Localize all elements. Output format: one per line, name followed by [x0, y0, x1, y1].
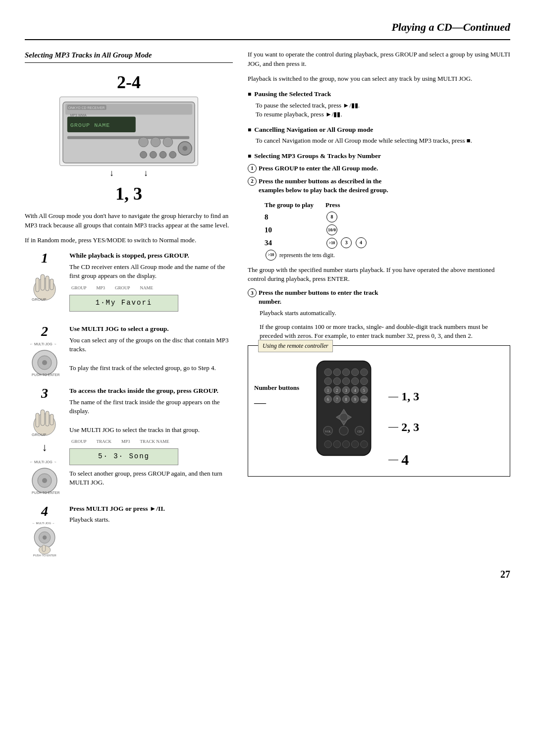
step-3-display: GROUPTRACKMP3TRACK NAME 5· 3· Song [69, 438, 233, 465]
svg-point-15 [182, 146, 187, 151]
cancelling-subsection: Cancelling Navigation or All Group mode … [248, 125, 510, 146]
svg-text:CH: CH [358, 430, 362, 433]
step-2-block: 2 ← MULTI JOG → PUSH TO ENTER Use MULTI … [25, 324, 233, 378]
svg-point-48 [333, 369, 341, 376]
main-content: Selecting MP3 Tracks in All Group Mode 2… [25, 50, 510, 566]
step-1-display-labels: GROUPMP3GROUPNAME [69, 285, 233, 291]
button-4: 4 [356, 237, 367, 248]
step-3-display-labels: GROUPTRACKMP3TRACK NAME [69, 438, 233, 445]
svg-rect-21 [50, 279, 54, 290]
cancelling-text: To cancel Navigation mode or All Group m… [256, 136, 510, 145]
svg-text:PUSH TO ENTER: PUSH TO ENTER [32, 373, 60, 377]
step-1-title: While playback is stopped, press GROUP. [69, 251, 233, 261]
table-row: 8 8 [263, 211, 377, 223]
bottom-number-label: 1, 3 [25, 181, 233, 206]
table-row: 34 >10 3 4 [263, 236, 377, 250]
left-intro-2: If in Random mode, press YES/MODE to swi… [25, 236, 233, 245]
svg-point-37 [42, 478, 47, 483]
step-1-desc: The CD receiver enters All Group mode an… [69, 263, 233, 280]
button-3: 3 [341, 237, 352, 248]
selecting-by-number-subsection: Selecting MP3 Groups & Tracks by Number … [248, 152, 510, 477]
pausing-subsection: Pausing the Selected Track To pause the … [248, 90, 510, 119]
svg-rect-18 [41, 274, 45, 290]
svg-point-90 [352, 441, 359, 448]
svg-point-10 [140, 152, 147, 159]
svg-text:10/0: 10/0 [361, 398, 367, 402]
tens-digit-button: >10 [266, 250, 276, 261]
step-3-desc3: To select another group, press GROUP aga… [69, 469, 233, 487]
step-1-display: GROUPMP3GROUPNAME 1·My Favori [69, 285, 233, 312]
svg-point-11 [150, 152, 157, 159]
step-3-content: To access the tracks inside the group, p… [69, 386, 233, 487]
step3-desc1: Playback starts automatically. [260, 309, 510, 318]
svg-point-13 [169, 152, 176, 159]
selecting-by-number-title: Selecting MP3 Groups & Tracks by Number [248, 152, 510, 161]
number-2-3-label: 2, 3 [401, 419, 419, 436]
svg-point-89 [342, 441, 350, 448]
remote-label: Using the remote controller [258, 340, 333, 352]
ordered-step-1: 1 Press GROUP to enter the All Group mod… [248, 164, 510, 173]
button-10s: >10 [326, 238, 337, 249]
button-10: 10/0 [326, 224, 337, 235]
svg-text:1: 1 [327, 389, 329, 393]
page-subtitle: Continued [463, 21, 510, 33]
step-4-content: Press MULTI JOG or press ►/II. Playback … [69, 504, 233, 525]
pausing-text2: To resume playback, press ►/▮▮. [256, 110, 510, 119]
step-2-title: Use MULTI JOG to select a group. [69, 324, 233, 334]
press-value-34: >10 3 4 [323, 236, 377, 250]
jog-press-icon: ← MULTI JOG → PUSH TO ENTER [29, 520, 61, 557]
remote-number-labels: 1, 3 2, 3 4 [388, 359, 419, 470]
svg-point-53 [333, 378, 341, 385]
step-2-content: Use MULTI JOG to select a group. You can… [69, 324, 233, 373]
svg-point-47 [324, 369, 332, 376]
page-number: 27 [500, 567, 510, 581]
after-table-text: The group with the specified number star… [248, 266, 510, 283]
step-1-left: 1 GROUP [25, 251, 64, 302]
step3-desc2: If the group contains 100 or more tracks… [260, 323, 510, 340]
step-4-desc: Playback starts. [69, 515, 233, 524]
group-play-table: The group to play Press 8 8 [263, 200, 510, 261]
svg-text:ONKYO CD RECEIVER: ONKYO CD RECEIVER [68, 106, 105, 109]
ordered-step-3-text: Press the number buttons to enter the tr… [259, 288, 378, 306]
table-row: 10 10/0 [263, 223, 377, 236]
svg-point-84 [339, 427, 348, 435]
arrow-right-icon: — [254, 394, 299, 411]
circle-3: 3 [248, 288, 257, 297]
svg-text:9: 9 [354, 398, 356, 402]
remote-label-2-3: 2, 3 [388, 419, 419, 436]
svg-text:GROUP  NAME: GROUP NAME [70, 122, 110, 129]
group-value-10: 10 [263, 223, 323, 236]
ordered-step-2-text: Press the number buttons as described in… [259, 177, 388, 195]
right-intro-1: If you want to operate the control durin… [248, 50, 510, 69]
cancelling-title: Cancelling Navigation or All Group mode [248, 125, 510, 135]
right-intro-2: Playback is switched to the group, now y… [248, 74, 510, 84]
svg-point-8 [151, 137, 160, 147]
svg-point-54 [342, 378, 350, 385]
button-8: 8 [326, 212, 337, 222]
svg-point-42 [42, 535, 46, 539]
svg-point-55 [352, 378, 359, 385]
svg-text:5: 5 [363, 389, 365, 393]
step-4-left: 4 ← MULTI JOG → PUSH TO ENTER [25, 504, 64, 557]
svg-text:7: 7 [336, 398, 338, 402]
step-3-display-text: 5· 3· Song [69, 448, 178, 465]
section-title: Selecting MP3 Tracks in All Group Mode [25, 50, 233, 63]
svg-point-12 [160, 152, 166, 159]
group-value-8: 8 [263, 211, 323, 223]
step-3-desc2: Use MULTI JOG to select the tracks in th… [69, 426, 233, 434]
svg-rect-31 [36, 413, 39, 427]
svg-text:GROUP: GROUP [32, 432, 46, 437]
left-intro-1: With All Group mode you don't have to na… [25, 212, 233, 230]
press-value-8: 8 [323, 211, 377, 223]
remote-label-1-3: 1, 3 [388, 388, 419, 405]
svg-point-88 [333, 441, 341, 448]
svg-text:8: 8 [345, 398, 347, 402]
device-image-area: 2-4 ONKYO CD RECEIVER GROUP NAME [25, 70, 233, 207]
svg-text:← MULTI JOG →: ← MULTI JOG → [30, 342, 57, 346]
remote-label-4: 4 [388, 449, 419, 470]
svg-text:4: 4 [354, 389, 356, 393]
svg-text:2: 2 [336, 389, 338, 393]
step-1-display-text: 1·My Favori [69, 295, 178, 312]
step-2-left: 2 ← MULTI JOG → PUSH TO ENTER [25, 324, 64, 378]
svg-text:VOL: VOL [325, 430, 331, 433]
